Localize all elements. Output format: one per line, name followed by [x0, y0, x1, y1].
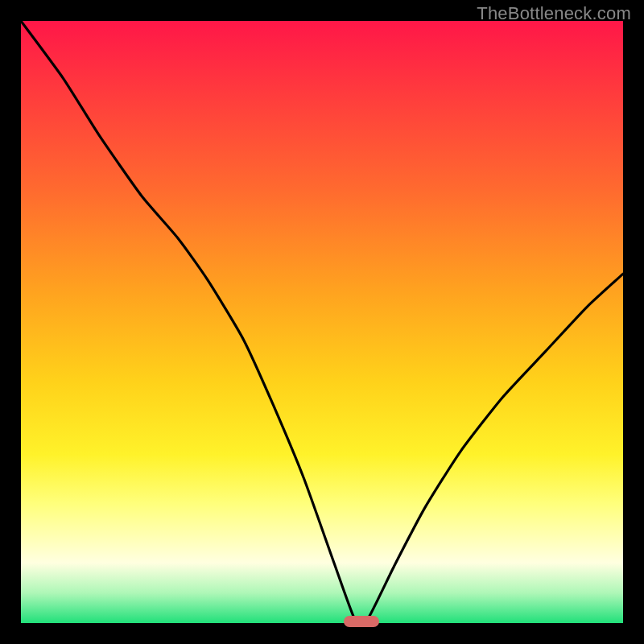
- optimal-marker: [344, 616, 379, 627]
- chart-frame: TheBottleneck.com: [0, 0, 644, 644]
- bottleneck-curve: [21, 21, 623, 623]
- plot-area: [21, 21, 623, 623]
